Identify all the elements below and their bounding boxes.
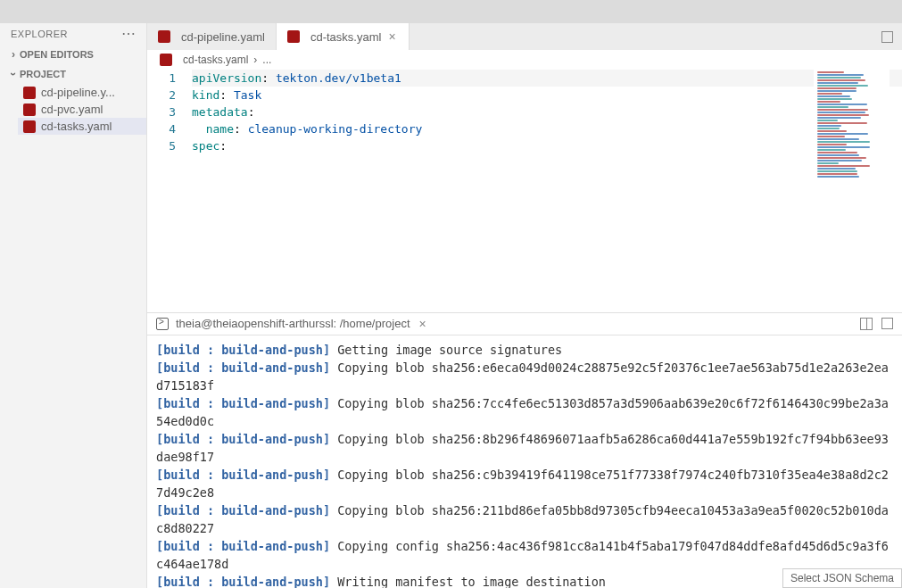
yaml-icon [23,87,36,99]
schema-label: Select JSON Schema [790,572,894,584]
breadcrumb[interactable]: cd-tasks.yaml › ... [147,50,902,70]
svg-rect-4 [287,30,300,43]
file-item-cd-pipeline[interactable]: cd-pipeline.y... [18,84,146,101]
yaml-icon [160,54,172,66]
json-schema-selector[interactable]: Select JSON Schema [782,568,902,588]
yaml-icon [23,120,36,133]
code-content[interactable]: apiVersion: tekton.dev/v1beta1kind: Task… [192,70,902,312]
svg-rect-3 [158,30,170,43]
chevron-down-icon: › [7,68,20,80]
svg-rect-2 [23,120,36,133]
file-label: cd-tasks.yaml [41,120,112,133]
file-list: cd-pipeline.y... cd-pvc.yaml cd-tasks.ya… [0,84,146,135]
line-gutter: 12345 [147,70,192,312]
open-editors-label: OPEN EDITORS [20,49,94,60]
svg-rect-0 [23,87,36,99]
open-editors-section[interactable]: › OPEN EDITORS [0,45,146,64]
terminal-output[interactable]: [build : build-and-push] Getting image s… [147,335,902,589]
tab-bar: cd-pipeline.yaml cd-tasks.yaml × [147,23,902,50]
chevron-right-icon: › [253,54,257,66]
svg-rect-1 [23,104,36,116]
project-section[interactable]: › PROJECT [0,64,146,84]
tab-label: cd-pipeline.yaml [181,30,265,44]
close-icon[interactable]: × [386,29,397,44]
explorer-more-icon[interactable]: ⋯ [121,30,137,37]
breadcrumb-more: ... [262,54,271,66]
terminal-title: theia@theiaopenshift-arthurssl: /home/pr… [176,317,410,330]
explorer-sidebar: EXPLORER ⋯ › OPEN EDITORS › PROJECT cd-p… [0,23,147,588]
file-label: cd-pipeline.y... [41,86,115,99]
svg-rect-5 [160,54,172,66]
title-bar [0,0,902,23]
maximize-icon[interactable] [881,318,893,329]
chevron-right-icon: › [7,48,20,61]
yaml-icon [287,30,300,43]
tab-label: cd-tasks.yaml [310,30,381,44]
code-editor[interactable]: 12345 apiVersion: tekton.dev/v1beta1kind… [147,70,902,312]
breadcrumb-file: cd-tasks.yaml [183,54,248,66]
minimap[interactable] [814,70,890,312]
explorer-header: EXPLORER ⋯ [0,23,146,45]
close-icon[interactable]: × [418,317,428,331]
file-item-cd-pvc[interactable]: cd-pvc.yaml [18,101,146,118]
explorer-title: EXPLORER [11,29,68,39]
file-item-cd-tasks[interactable]: cd-tasks.yaml [18,118,146,135]
split-terminal-icon[interactable] [860,318,873,330]
tab-cd-tasks[interactable]: cd-tasks.yaml × [277,23,410,50]
editor-group: cd-pipeline.yaml cd-tasks.yaml × cd-task… [147,23,902,588]
editor-actions [873,23,902,50]
split-editor-icon[interactable] [881,31,893,43]
tab-cd-pipeline[interactable]: cd-pipeline.yaml [147,23,277,50]
project-label: PROJECT [20,69,66,79]
file-label: cd-pvc.yaml [41,103,103,116]
terminal-header: theia@theiaopenshift-arthurssl: /home/pr… [147,312,902,335]
yaml-icon [158,30,170,43]
yaml-icon [23,104,36,116]
terminal-icon [156,318,169,330]
